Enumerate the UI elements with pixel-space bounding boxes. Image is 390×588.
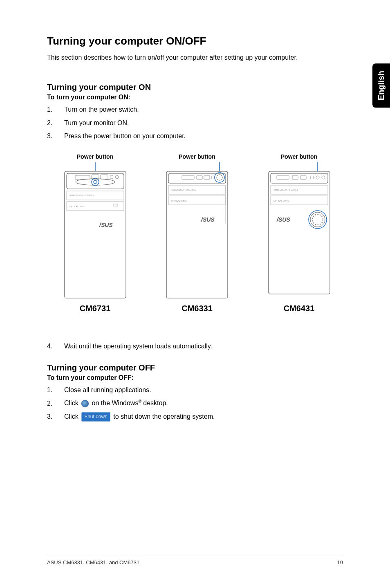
list-item: 2.Turn your monitor ON. (47, 119, 343, 128)
svg-point-46 (309, 211, 327, 229)
svg-point-37 (310, 176, 314, 179)
step-text: Click Shut down to shut down the operati… (64, 412, 215, 422)
intro-text: This section describes how to turn on/of… (47, 53, 343, 62)
svg-point-9 (94, 180, 97, 184)
svg-point-23 (211, 176, 215, 179)
step-text: Press the power button on your computer. (64, 132, 186, 141)
svg-point-24 (217, 175, 222, 180)
section-on-heading: Turning your computer ON (47, 83, 343, 92)
svg-point-25 (215, 173, 224, 182)
list-item: 3. Click Shut down to shut down the oper… (47, 412, 343, 422)
windows-start-icon (81, 400, 89, 407)
section-off-sub: To turn your computer OFF: (47, 374, 343, 382)
svg-rect-1 (65, 171, 126, 298)
svg-rect-34 (277, 175, 289, 180)
footer-left: ASUS CM6331, CM6431, and CM6731 (47, 559, 139, 566)
figure-cm6731: Power button ASUS ESSENTIO SERIES OPTICA… (51, 153, 139, 313)
figures-row: Power button ASUS ESSENTIO SERIES OPTICA… (51, 153, 343, 313)
tower-illustration: ASUS ESSENTIO SERIES OPTICAL DRIVE /SUS (61, 162, 130, 301)
svg-rect-22 (204, 175, 210, 180)
step-text: Close all running applications. (64, 386, 151, 395)
tower-illustration: ASUS ESSENTIO SERIES OPTICAL DRIVE /SUS (264, 162, 334, 301)
svg-point-45 (312, 214, 323, 225)
svg-text:OPTICAL DRIVE: OPTICAL DRIVE (171, 200, 187, 202)
list-item: 4.Wait until the operating system loads … (47, 342, 343, 351)
svg-rect-15 (114, 204, 118, 206)
svg-text:ASUS ESSENTIO SERIES: ASUS ESSENTIO SERIES (273, 189, 298, 191)
on-steps-list-cont: 4.Wait until the operating system loads … (47, 342, 343, 351)
list-item: 1.Close all running applications. (47, 386, 343, 395)
off-steps-list: 1.Close all running applications. 2. Cli… (47, 386, 343, 422)
power-button-label: Power button (281, 153, 317, 160)
power-button-label: Power button (179, 153, 215, 160)
svg-point-7 (115, 175, 119, 179)
shutdown-button-icon: Shut down (81, 412, 110, 422)
footer-page-number: 19 (337, 559, 343, 566)
on-steps-list: 1.Turn on the power switch. 2.Turn your … (47, 105, 343, 141)
svg-rect-36 (300, 175, 306, 180)
svg-text:ASUS ESSENTIO SERIES: ASUS ESSENTIO SERIES (69, 194, 94, 197)
power-button-label: Power button (77, 153, 113, 160)
svg-point-38 (316, 176, 319, 179)
svg-text:ASUS ESSENTIO SERIES: ASUS ESSENTIO SERIES (171, 189, 196, 191)
svg-rect-21 (197, 175, 202, 180)
svg-text:OPTICAL DRIVE: OPTICAL DRIVE (273, 200, 289, 202)
step-text: Turn your monitor ON. (64, 119, 129, 128)
section-on-sub: To turn your computer ON: (47, 94, 343, 101)
svg-rect-20 (182, 175, 194, 180)
svg-point-39 (322, 176, 325, 179)
tower-illustration: ASUS ESSENTIO SERIES OPTICAL DRIVE /SUS (162, 162, 232, 301)
svg-text:OPTICAL DRIVE: OPTICAL DRIVE (69, 205, 85, 208)
svg-point-6 (110, 175, 113, 179)
svg-text:/SUS: /SUS (99, 222, 113, 228)
figure-cm6331: Power button ASUS ESSENTIO SERIES OPTICA… (153, 153, 241, 313)
step-text: Wait until the operating system loads au… (64, 342, 212, 351)
page-title: Turning your computer ON/OFF (47, 35, 343, 47)
model-label: CM6431 (284, 304, 315, 313)
step-text: Click on the Windows® desktop. (64, 399, 168, 408)
page-footer: ASUS CM6331, CM6431, and CM6731 19 (47, 556, 343, 566)
svg-text:/SUS: /SUS (201, 216, 215, 223)
svg-text:/SUS: /SUS (276, 216, 290, 223)
svg-rect-35 (292, 175, 298, 180)
list-item: 3.Press the power button on your compute… (47, 132, 343, 141)
section-off-heading: Turning your computer OFF (47, 363, 343, 373)
list-item: 2. Click on the Windows® desktop. (47, 399, 343, 408)
svg-rect-33 (271, 173, 328, 183)
model-label: CM6331 (182, 304, 213, 313)
figure-cm6431: Power button ASUS ESSENTIO SERIES OPTICA… (255, 153, 343, 313)
step-text: Turn on the power switch. (64, 105, 139, 114)
list-item: 1.Turn on the power switch. (47, 105, 343, 114)
model-label: CM6731 (80, 304, 111, 313)
